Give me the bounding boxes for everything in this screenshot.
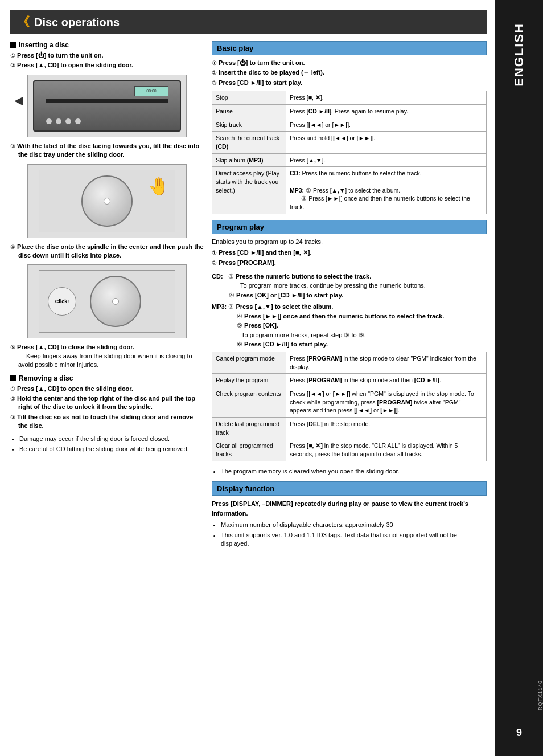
step-1: ① Press [⏻] to turn the unit on. [10,51,204,60]
removing-bullet-1: Damage may occur if the sliding door is … [19,435,204,443]
program-play-intro: Enables you to program up to 24 tracks. [212,238,487,246]
basic-play-table: Stop Press [■, ✕]. Pause Press [CD ►/II]… [212,91,487,214]
program-play-header: Program play [212,220,487,234]
inserting-steps-3: ④ Place the disc onto the spindle in the… [10,243,204,260]
pp-step-2: ② Press [PROGRAM]. [212,259,487,267]
cd-btn-2 [55,118,62,125]
page-title: Disc operations [34,16,120,29]
desc-direct: CD: Press the numeric buttons to select … [286,167,487,214]
cd-btn-3 [65,118,72,125]
cd-btn-1 [46,118,52,125]
mp3-section: MP3: ③ Press [▲,▼] to select the album. … [212,302,487,349]
action-direct: Direct access play (Play starts with the… [212,167,286,214]
action-clear: Clear all programmed tracks [212,439,286,461]
table-row: Pause Press [CD ►/II]. Press again to re… [212,104,487,118]
cd-slot [46,99,168,103]
table-row: Search the current track (CD) Press and … [212,132,487,153]
desc-search: Press and hold [|◄◄] or [►►|]. [286,132,487,153]
action-stop: Stop [212,91,286,105]
left-arrow-icon: ◄ [11,92,26,109]
table-row: Delete last programmed track Press [DEL]… [212,418,487,439]
inserting-disc-label: Inserting a disc [19,41,69,49]
step-4: ④ Place the disc onto the spindle in the… [10,243,204,260]
inserting-disc-heading: Inserting a disc [10,41,204,49]
click-label: Click! [48,287,76,316]
two-column-layout: Inserting a disc ① Press [⏻] to turn the… [10,41,487,549]
page-number: 9 [516,727,522,739]
hand-icon: 🤚 [148,176,169,196]
click-diagram-container: Click! [27,264,204,338]
removing-disc-heading: Removing a disc [10,374,204,382]
desc-clear: Press [■, ✕] in the stop mode. "CLR ALL"… [286,439,487,461]
inserting-steps: ① Press [⏻] to turn the unit on. ② Press… [10,51,204,70]
action-skip-track: Skip track [212,118,286,132]
table-row: Clear all programmed tracks Press [■, ✕]… [212,439,487,461]
program-play-table: Cancel program mode Press [PROGRAM] in t… [212,352,487,461]
table-row: Direct access play (Play starts with the… [212,167,487,214]
table-row: Replay the program Press [PROGRAM] in th… [212,374,487,387]
page-number-area: 9 [516,727,522,739]
desc-skip-album: Press [▲,▼]. [286,153,487,167]
desc-stop: Press [■, ✕]. [286,91,487,105]
table-row: Check program contents Press [|◄◄] or [►… [212,387,487,417]
basic-play-steps: ① Press [⏻] to turn the unit on. ② Inser… [212,59,487,87]
main-content: 《 Disc operations Inserting a disc ① Pre… [0,0,495,756]
desc-skip-track: Press [|◄◄] or [►►|]. [286,118,487,132]
click-disc-hole [112,298,119,305]
table-row: Stop Press [■, ✕]. [212,91,487,105]
desc-check: Press [|◄◄] or [►►|] when "PGM" is displ… [286,387,487,417]
rem-step-3: ③ Tilt the disc so as not to touch the s… [10,413,204,431]
language-label: ENGLISH [512,23,526,87]
removing-steps: ① Press [▲, CD] to open the sliding door… [10,385,204,431]
action-skip-album: Skip album (MP3) [212,153,286,167]
right-sidebar: ENGLISH RQTX1146 9 [495,0,543,756]
program-play-label: Program play [217,223,264,231]
display-bullet-1: Maximum number of displayable characters… [221,521,487,529]
cd-player-diagram: 00:00 [27,75,187,137]
step-2: ② Press [▲, CD] to open the sliding door… [10,61,204,70]
cd-player-illustration: 00:00 [33,80,181,132]
click-diagram: Click! [27,264,187,338]
disc-tray-illustration: 🤚 [39,170,175,232]
click-disc [90,276,141,327]
bp-step-2: ② Insert the disc to be played (← left). [212,68,487,77]
disc-circle [81,175,133,227]
action-check: Check program contents [212,387,286,417]
removing-disc-label: Removing a disc [19,374,73,382]
removing-heading-square-icon [10,375,16,381]
action-delete: Delete last programmed track [212,418,286,439]
basic-play-header: Basic play [212,41,487,55]
desc-cancel-program: Press [PROGRAM] in the stop mode to clea… [286,352,487,373]
table-row: Skip track Press [|◄◄] or [►►|]. [212,118,487,132]
page: 《 Disc operations Inserting a disc ① Pre… [0,0,543,756]
cd-btn-4 [75,118,81,125]
action-replay: Replay the program [212,374,286,387]
action-cancel-program: Cancel program mode [212,352,286,373]
left-column: Inserting a disc ① Press [⏻] to turn the… [10,41,204,549]
basic-play-label: Basic play [217,44,253,52]
cd-section: CD: ③ Press the numeric buttons to selec… [212,272,487,300]
table-row: Skip album (MP3) Press [▲,▼]. [212,153,487,167]
page-title-bar: 《 Disc operations [10,10,487,34]
bp-step-3: ③ Press [CD ►/II] to start play. [212,79,487,87]
program-note: The program memory is cleared when you o… [212,467,487,476]
display-function-text: Press [DISPLAY, –DIMMER] repeatedly duri… [212,499,487,518]
rem-step-2: ② Hold the center and the top right of t… [10,394,204,412]
desc-delete: Press [DEL] in the stop mode. [286,418,487,439]
display-function-header: Display function [212,481,487,496]
program-note-item: The program memory is cleared when you o… [221,467,487,476]
display-bullet-2: This unit supports ver. 1.0 and 1.1 ID3 … [221,531,487,549]
action-pause: Pause [212,104,286,118]
step-5: ⑤ Press [▲, CD] to close the sliding doo… [10,343,204,369]
bp-step-1: ① Press [⏻] to turn the unit on. [212,59,487,67]
right-column: Basic play ① Press [⏻] to turn the unit … [212,41,487,549]
inserting-steps-4: ⑤ Press [▲, CD] to close the sliding doo… [10,343,204,369]
removing-bullet-2: Be careful of CD hitting the sliding doo… [19,445,204,453]
desc-pause: Press [CD ►/II]. Press again to resume p… [286,104,487,118]
disc-hole [104,198,110,205]
title-chevrons-icon: 《 [17,14,30,31]
cd-buttons [46,118,81,125]
table-row: Cancel program mode Press [PROGRAM] in t… [212,352,487,373]
cd-display: 00:00 [134,86,168,96]
removing-bullets: Damage may occur if the sliding door is … [10,435,204,453]
